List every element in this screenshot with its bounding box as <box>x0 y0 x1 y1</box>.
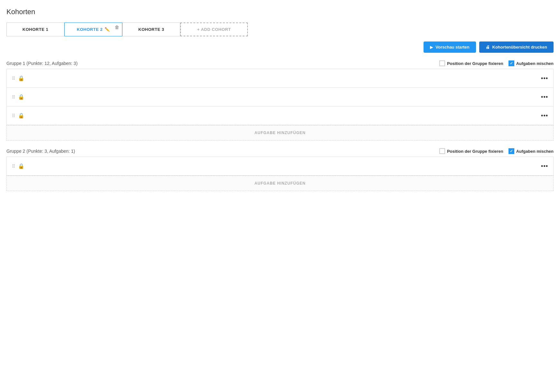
action-buttons-row: ▶ Vorschau starten 🖨 Kohortenübersicht d… <box>6 41 554 53</box>
cohort-tab-kohorte2[interactable]: KOHORTE 2 ✏️ 🗑 <box>64 23 122 36</box>
fix-position-label-1: Position der Gruppe fixieren <box>447 61 503 66</box>
cohort-tab-label: KOHORTE 3 <box>138 27 164 32</box>
group-2-controls: Position der Gruppe fixieren Aufgaben mi… <box>439 148 554 154</box>
cohort-tabs-container: KOHORTE 1 KOHORTE 2 ✏️ 🗑 KOHORTE 3 + ADD… <box>6 23 554 36</box>
preview-button-label: Vorschau starten <box>435 45 469 50</box>
lock-icon: 🔒 <box>18 75 24 81</box>
cohort-tab-kohorte3[interactable]: KOHORTE 3 <box>122 23 180 36</box>
fix-position-label-2: Position der Gruppe fixieren <box>447 149 503 154</box>
play-icon: ▶ <box>430 45 433 50</box>
delete-icon[interactable]: 🗑 <box>115 25 119 30</box>
add-cohort-label: + ADD COHORT <box>197 27 231 32</box>
cohort-tab-kohorte1[interactable]: KOHORTE 1 <box>6 23 64 36</box>
task-left: ⠿ 🔒 <box>12 163 24 169</box>
more-options-icon[interactable]: ••• <box>541 75 548 82</box>
print-icon: 🖨 <box>486 45 490 50</box>
add-cohort-button[interactable]: + ADD COHORT <box>180 23 248 36</box>
preview-button[interactable]: ▶ Vorschau starten <box>424 41 476 53</box>
group-2-title: Gruppe 2 (Punkte: 3, Aufgaben: 1) <box>6 149 75 154</box>
task-row: ⠿ 🔒 ••• <box>7 69 553 88</box>
cohort-tab-label: KOHORTE 2 <box>77 27 103 32</box>
lock-icon: 🔒 <box>18 163 24 169</box>
lock-icon: 🔒 <box>18 113 24 119</box>
more-options-icon[interactable]: ••• <box>541 112 548 119</box>
fix-position-control-1: Position der Gruppe fixieren <box>439 60 503 66</box>
task-row: ⠿ 🔒 ••• <box>7 106 553 125</box>
mix-tasks-label-1: Aufgaben mischen <box>516 61 554 66</box>
group-2-tasks: ⠿ 🔒 ••• <box>6 157 554 176</box>
group-1-title: Gruppe 1 (Punkte: 12, Aufgaben: 3) <box>6 61 78 66</box>
mix-tasks-checkbox-2[interactable] <box>509 148 514 154</box>
fix-position-control-2: Position der Gruppe fixieren <box>439 148 503 154</box>
edit-icon[interactable]: ✏️ <box>105 27 110 32</box>
group-1-section: Gruppe 1 (Punkte: 12, Aufgaben: 3) Posit… <box>6 60 554 141</box>
mix-tasks-control-1: Aufgaben mischen <box>509 60 554 66</box>
group-1-tasks: ⠿ 🔒 ••• ⠿ 🔒 ••• ⠿ 🔒 ••• <box>6 69 554 125</box>
print-button[interactable]: 🖨 Kohortenübersicht drucken <box>479 41 554 53</box>
task-left: ⠿ 🔒 <box>12 113 24 119</box>
more-options-icon[interactable]: ••• <box>541 94 548 100</box>
task-row: ⠿ 🔒 ••• <box>7 157 553 175</box>
add-task-label-2: AUFGABE HINZUFÜGEN <box>255 181 306 186</box>
fix-position-checkbox-2[interactable] <box>439 148 445 154</box>
drag-handle-icon[interactable]: ⠿ <box>12 113 15 118</box>
mix-tasks-control-2: Aufgaben mischen <box>509 148 554 154</box>
task-row: ⠿ 🔒 ••• <box>7 88 553 106</box>
add-task-label-1: AUFGABE HINZUFÜGEN <box>255 131 306 135</box>
task-left: ⠿ 🔒 <box>12 94 24 100</box>
drag-handle-icon[interactable]: ⠿ <box>12 164 15 169</box>
add-task-button-2[interactable]: AUFGABE HINZUFÜGEN <box>6 176 554 191</box>
group-1-header: Gruppe 1 (Punkte: 12, Aufgaben: 3) Posit… <box>6 60 554 66</box>
lock-icon: 🔒 <box>18 94 24 100</box>
cohort-tab-label: KOHORTE 1 <box>23 27 49 32</box>
add-task-button-1[interactable]: AUFGABE HINZUFÜGEN <box>6 125 554 141</box>
task-left: ⠿ 🔒 <box>12 75 24 81</box>
group-2-section: Gruppe 2 (Punkte: 3, Aufgaben: 1) Positi… <box>6 148 554 191</box>
mix-tasks-checkbox-1[interactable] <box>509 60 514 66</box>
print-button-label: Kohortenübersicht drucken <box>492 45 547 50</box>
mix-tasks-label-2: Aufgaben mischen <box>516 149 554 154</box>
page-title: Kohorten <box>6 8 554 16</box>
drag-handle-icon[interactable]: ⠿ <box>12 76 15 81</box>
drag-handle-icon[interactable]: ⠿ <box>12 95 15 100</box>
fix-position-checkbox-1[interactable] <box>439 60 445 66</box>
group-1-controls: Position der Gruppe fixieren Aufgaben mi… <box>439 60 554 66</box>
group-2-header: Gruppe 2 (Punkte: 3, Aufgaben: 1) Positi… <box>6 148 554 154</box>
more-options-icon[interactable]: ••• <box>541 163 548 169</box>
